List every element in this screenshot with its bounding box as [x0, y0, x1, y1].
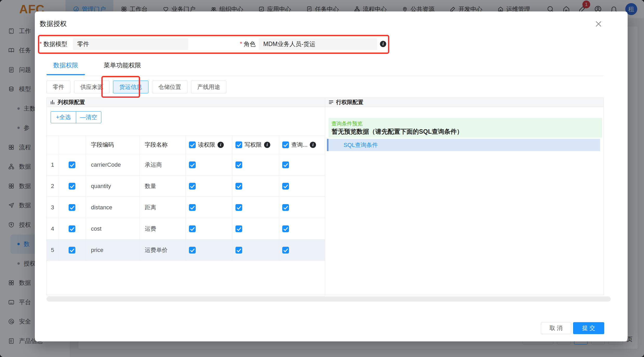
subtab[interactable]: 产线用途	[191, 81, 226, 93]
read-checkbox[interactable]	[189, 247, 196, 254]
role-field[interactable]	[259, 38, 377, 50]
tab[interactable]: 菜单功能权限	[97, 58, 148, 75]
read-checkbox[interactable]	[189, 225, 196, 232]
col-header-query: 查询...i	[279, 136, 325, 154]
data-authorization-modal: 数据授权 *数据模型 *角色 i 数据权限菜单功能权限 零件供应来源货运信息仓储…	[35, 11, 628, 341]
write-checkbox[interactable]	[235, 204, 242, 211]
clear-button[interactable]: —清空	[76, 111, 101, 123]
table-row: 2quantity数量	[47, 176, 325, 197]
role-label: *角色	[240, 38, 256, 50]
select-all-button[interactable]: +全选	[51, 111, 76, 123]
table-row: 3distance距离	[47, 197, 325, 218]
field-code-cell: price	[86, 239, 140, 261]
selection-button-group: +全选 —清空	[51, 111, 101, 123]
subtab[interactable]: 零件	[47, 81, 70, 93]
col-header-write: 写权限i	[232, 136, 279, 154]
query-checkbox[interactable]	[282, 204, 289, 211]
table-row: 5price运费单价	[47, 239, 325, 261]
read-info-icon[interactable]: i	[218, 142, 224, 148]
close-icon[interactable]	[593, 19, 604, 29]
query-preview-empty-text: 暂无预览数据（请先配置下面的SQL查询条件）	[332, 127, 463, 136]
table-header-row: 字段编码字段名称读权限i写权限i查询...i	[47, 135, 325, 154]
write-info-icon[interactable]: i	[264, 142, 270, 148]
row-index: 5	[47, 239, 58, 261]
table-row: 1carrierCode承运商	[47, 154, 325, 176]
row-select-checkbox[interactable]	[69, 247, 75, 254]
app-window: AFCe 管理门户工作台业务门户组织中心应用中心任务中心流程中心公共资源开发中心…	[0, 0, 644, 357]
field-code-cell: distance	[86, 197, 140, 218]
query-preview-box: 查询条件预览 暂无预览数据（请先配置下面的SQL查询条件）	[328, 118, 602, 138]
row-select-checkbox[interactable]	[69, 161, 75, 168]
column-panel-header: 列权限配置	[47, 98, 325, 107]
column-table: 字段编码字段名称读权限i写权限i查询...i1carrierCode承运商2qu…	[47, 135, 325, 261]
entity-subtabs: 零件供应来源货运信息仓储位置产线用途	[47, 81, 226, 93]
query-info-icon[interactable]: i	[310, 142, 316, 148]
tabs-divider	[47, 76, 604, 76]
required-mark: *	[40, 41, 42, 48]
write-checkbox[interactable]	[235, 183, 242, 190]
query-preview-label: 查询条件预览	[331, 120, 363, 127]
modal-tabs: 数据权限菜单功能权限	[47, 58, 148, 75]
read-checkbox[interactable]	[189, 183, 196, 190]
column-permission-panel: 列权限配置 +全选 —清空 字段编码字段名称读权限i写权限i查询...i1car…	[47, 98, 325, 295]
row-index: 2	[47, 176, 58, 197]
read-all-checkbox[interactable]	[189, 141, 196, 148]
horizontal-scrollbar[interactable]	[47, 296, 611, 302]
read-checkbox[interactable]	[189, 204, 196, 211]
row-select-checkbox[interactable]	[69, 183, 75, 190]
submit-button[interactable]: 提 交	[573, 322, 604, 334]
row-index: 4	[47, 218, 58, 239]
field-name-cell: 承运商	[140, 154, 186, 176]
field-name-cell: 距离	[140, 197, 186, 218]
query-checkbox[interactable]	[282, 225, 289, 232]
model-label: *数据模型	[40, 38, 67, 50]
field-name-cell: 数量	[140, 176, 186, 197]
write-checkbox[interactable]	[235, 225, 242, 232]
permission-panels: 列权限配置 +全选 —清空 字段编码字段名称读权限i写权限i查询...i1car…	[47, 98, 604, 295]
row-panel-body: 查询条件预览 暂无预览数据（请先配置下面的SQL查询条件） SQL查询条件	[325, 107, 603, 295]
model-field[interactable]	[73, 38, 188, 50]
read-checkbox[interactable]	[189, 161, 196, 168]
role-info-icon[interactable]: i	[380, 41, 386, 47]
column-chart-icon	[50, 99, 56, 105]
sql-condition-section[interactable]: SQL查询条件	[327, 139, 600, 151]
required-mark: *	[240, 41, 242, 48]
query-checkbox[interactable]	[282, 247, 289, 254]
modal-title: 数据授权	[40, 19, 67, 28]
query-checkbox[interactable]	[282, 183, 289, 190]
tab[interactable]: 数据权限	[47, 58, 85, 75]
row-index: 3	[47, 197, 58, 218]
subtab[interactable]: 仓储位置	[152, 81, 187, 93]
col-header-read: 读权限i	[186, 136, 232, 154]
field-name-cell: 运费单价	[140, 239, 186, 261]
field-code-cell: carrierCode	[86, 154, 140, 176]
col-header-code: 字段编码	[86, 136, 140, 154]
row-select-checkbox[interactable]	[69, 225, 75, 232]
row-index: 1	[47, 154, 58, 176]
row-panel-header: 行权限配置	[325, 98, 603, 107]
row-select-checkbox[interactable]	[69, 204, 75, 211]
col-header-name: 字段名称	[140, 136, 186, 154]
field-code-cell: cost	[86, 218, 140, 239]
write-checkbox[interactable]	[235, 161, 242, 168]
field-code-cell: quantity	[86, 176, 140, 197]
column-panel-body: +全选 —清空 字段编码字段名称读权限i写权限i查询...i1carrierCo…	[47, 107, 325, 295]
row-permission-panel: 行权限配置 查询条件预览 暂无预览数据（请先配置下面的SQL查询条件） SQL查…	[325, 98, 603, 295]
query-all-checkbox[interactable]	[282, 141, 289, 148]
write-checkbox[interactable]	[235, 247, 242, 254]
row-lines-icon	[328, 99, 334, 105]
query-checkbox[interactable]	[282, 161, 289, 168]
cancel-button[interactable]: 取 消	[541, 322, 571, 334]
subtab[interactable]: 供应来源	[74, 81, 109, 93]
field-name-cell: 运费	[140, 218, 186, 239]
subtab[interactable]: 货运信息	[113, 81, 148, 93]
modal-form-row: *数据模型 *角色 i	[35, 38, 628, 50]
write-all-checkbox[interactable]	[235, 141, 242, 148]
table-row: 4cost运费	[47, 218, 325, 239]
